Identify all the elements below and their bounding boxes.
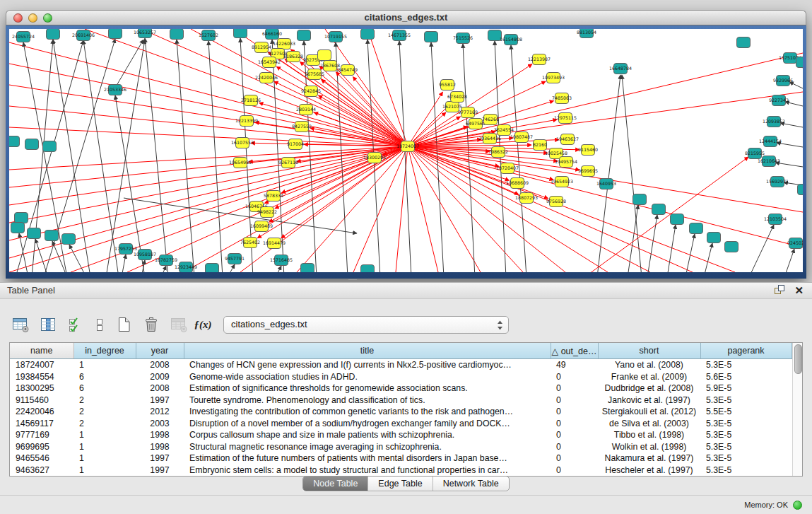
create-column-button[interactable]: [112, 313, 136, 337]
column-header[interactable]: in_degree: [73, 343, 136, 359]
table-cell[interactable]: de Silva et al. (2003): [598, 417, 700, 428]
graph-node[interactable]: [671, 214, 684, 225]
delete-column-button[interactable]: [139, 313, 163, 337]
table-row[interactable]: 1830029562008Estimation of significance …: [10, 382, 792, 394]
table-mode-button[interactable]: [8, 313, 33, 337]
table-cell[interactable]: 2: [73, 394, 136, 405]
network-canvas[interactable]: 2405572420691406106532571527602646616010…: [9, 29, 803, 272]
table-cell[interactable]: 1: [73, 452, 136, 464]
float-panel-button[interactable]: [774, 284, 785, 298]
table-cell[interactable]: Genome-wide association studies in ADHD.: [184, 371, 551, 382]
table-cell[interactable]: 2008: [136, 382, 184, 394]
table-cell[interactable]: 9777169: [10, 429, 73, 440]
table-cell[interactable]: Franke et al. (2009): [598, 371, 700, 382]
table-cell[interactable]: Tibbo et al. (1998): [598, 429, 700, 440]
graph-node[interactable]: [28, 228, 41, 239]
graph-node[interactable]: [11, 223, 25, 233]
graph-node[interactable]: [298, 30, 311, 41]
table-cell[interactable]: 5.3E-5: [700, 429, 792, 440]
table-cell[interactable]: Disruption of a novel member of a sodium…: [184, 417, 551, 428]
table-cell[interactable]: Tourette syndrome. Phenomenology and cla…: [184, 394, 551, 405]
table-cell[interactable]: 0: [551, 406, 598, 417]
table-cell[interactable]: Nakamura et al. (1997): [598, 452, 700, 464]
table-row[interactable]: 1872400712008Changes of HCN gene express…: [10, 359, 792, 371]
row-height-button[interactable]: [91, 313, 108, 337]
table-cell[interactable]: 9463627: [10, 464, 73, 476]
table-cell[interactable]: 5.6E-5: [700, 371, 792, 382]
graph-node[interactable]: [796, 57, 804, 68]
table-cell[interactable]: 2: [73, 417, 136, 428]
graph-node[interactable]: [15, 213, 28, 223]
table-cell[interactable]: 0: [551, 417, 598, 428]
table-cell[interactable]: Investigating the contribution of common…: [184, 406, 551, 417]
graph-node[interactable]: [9, 136, 20, 147]
tab-node-table[interactable]: Node Table: [303, 477, 367, 491]
table-cell[interactable]: 19384554: [10, 371, 73, 382]
column-selector-button[interactable]: [64, 313, 88, 337]
table-cell[interactable]: 5.3E-5: [700, 359, 792, 371]
graph-node[interactable]: [301, 264, 314, 273]
table-cell[interactable]: 1: [73, 464, 136, 476]
table-cell[interactable]: Yano et al. (2008): [598, 359, 700, 371]
table-cell[interactable]: 2003: [136, 417, 184, 428]
table-row[interactable]: 969969511998Structural magnetic resonanc…: [10, 440, 792, 452]
close-button[interactable]: [13, 13, 23, 23]
graph-node[interactable]: [690, 223, 703, 234]
window-titlebar[interactable]: citations_edges.txt: [6, 10, 806, 25]
table-cell[interactable]: 49: [551, 359, 598, 371]
table-cell[interactable]: 5.3E-5: [700, 464, 792, 476]
table-cell[interactable]: 9699695: [10, 440, 73, 452]
table-cell[interactable]: 9115460: [10, 394, 73, 405]
close-panel-icon[interactable]: ✕: [794, 283, 804, 298]
table-cell[interactable]: 0: [551, 382, 598, 394]
graph-node[interactable]: [47, 29, 60, 40]
table-cell[interactable]: 0: [551, 452, 598, 464]
zoom-button[interactable]: [43, 13, 52, 23]
graph-node[interactable]: [45, 230, 59, 241]
table-cell[interactable]: 0: [551, 464, 598, 476]
graph-node[interactable]: [361, 29, 375, 40]
column-header[interactable]: short: [598, 343, 700, 359]
table-cell[interactable]: 1: [73, 359, 136, 371]
table-cell[interactable]: 1: [73, 429, 136, 440]
graph-node[interactable]: [234, 29, 247, 38]
table-cell[interactable]: 22420046: [10, 406, 73, 417]
column-header[interactable]: name: [10, 343, 73, 359]
column-header[interactable]: pagerank: [700, 343, 792, 359]
show-column-button[interactable]: [36, 313, 60, 337]
table-cell[interactable]: 1998: [136, 429, 184, 440]
table-row[interactable]: 946554611997Estimation of the future num…: [10, 452, 792, 464]
graph-node[interactable]: [318, 50, 331, 61]
graph-node[interactable]: [170, 29, 184, 40]
table-cell[interactable]: 2: [73, 406, 136, 417]
table-cell[interactable]: 18300295: [10, 382, 73, 394]
minimize-button[interactable]: [28, 13, 37, 23]
table-cell[interactable]: 2012: [136, 406, 184, 417]
table-cell[interactable]: 18724007: [10, 359, 73, 371]
table-cell[interactable]: 6: [73, 371, 136, 382]
graph-node[interactable]: [798, 185, 804, 195]
table-cell[interactable]: 2009: [136, 371, 184, 382]
table-cell[interactable]: Embryonic stem cells: a model to study s…: [184, 464, 551, 476]
table-cell[interactable]: 5.3E-5: [700, 440, 792, 452]
table-cell[interactable]: 9465546: [10, 452, 73, 464]
function-builder-button[interactable]: ƒ(x): [194, 313, 211, 337]
table-cell[interactable]: Changes of HCN gene expression and I(f) …: [184, 359, 551, 371]
graph-node[interactable]: [206, 264, 219, 273]
memory-status-dot[interactable]: [793, 501, 802, 510]
table-cell[interactable]: 1997: [136, 464, 184, 476]
table-cell[interactable]: 5.3E-5: [700, 394, 792, 405]
graph-node[interactable]: [425, 32, 438, 42]
table-cell[interactable]: 0: [551, 440, 598, 452]
table-cell[interactable]: 1: [73, 440, 136, 452]
table-cell[interactable]: Dudbridge et al. (2008): [598, 382, 700, 394]
graph-node[interactable]: [109, 29, 122, 39]
table-cell[interactable]: Wolkin et al. (1998): [598, 440, 700, 452]
table-row[interactable]: 2242004622012Investigating the contribut…: [10, 406, 792, 417]
table-cell[interactable]: Hescheler et al. (1997): [598, 464, 700, 476]
table-chooser-dropdown[interactable]: citations_edges.txt: [223, 316, 509, 334]
table-cell[interactable]: 5.3E-5: [700, 452, 792, 464]
column-header[interactable]: title: [184, 343, 551, 359]
table-cell[interactable]: 2008: [136, 359, 184, 371]
table-row[interactable]: 1456911722003Disruption of a novel membe…: [10, 417, 792, 428]
